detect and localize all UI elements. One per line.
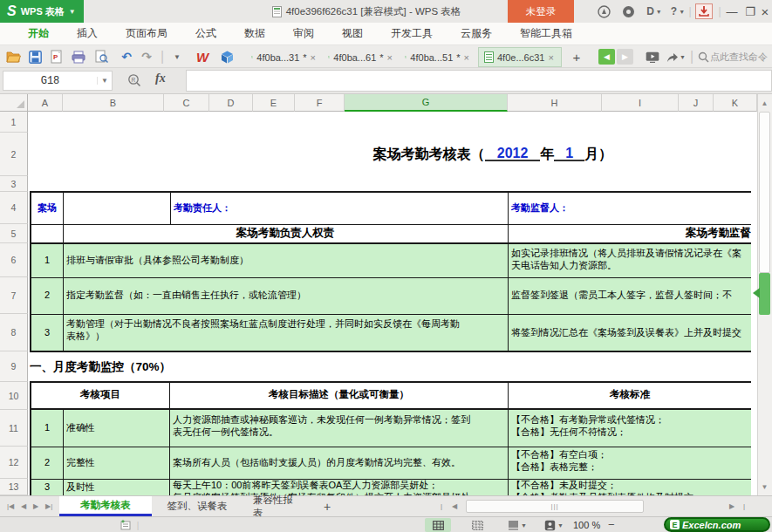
scroll-up-icon[interactable]: ▲ — [758, 96, 771, 110]
macro-record-icon[interactable] — [119, 518, 133, 532]
cell-name-box[interactable]: G18 ▼ — [3, 71, 113, 91]
redo-icon[interactable]: ↷ — [138, 48, 155, 65]
cell-supervise-text[interactable]: 将签到情况汇总在《案场签到及误餐表》上并及时提交 — [511, 314, 751, 351]
cell-site-label[interactable]: 案场 — [31, 192, 63, 224]
cell-supervise-text[interactable]: 如实记录排班情况（将人员排班及请假情况记录在《案 天电话告知人力资源部。 — [511, 243, 751, 277]
formula-input[interactable] — [186, 70, 772, 92]
menu-page-layout[interactable]: 页面布局 — [112, 26, 181, 41]
menu-cloud[interactable]: 云服务 — [447, 26, 506, 41]
menu-formulas[interactable]: 公式 — [181, 26, 230, 41]
page-layout-view-icon[interactable]: ▼ — [502, 518, 532, 532]
cell-duty-section-header[interactable]: 案场考勤负责人权责 — [63, 224, 508, 243]
minimize-button[interactable]: — — [724, 0, 740, 23]
cell-kpi-num[interactable]: 3 — [31, 479, 63, 495]
add-sheet-button[interactable]: + — [316, 496, 338, 516]
row-header-8[interactable]: 8 — [0, 314, 28, 351]
insert-function-button[interactable]: fx — [155, 72, 166, 85]
horizontal-scroll-thumb[interactable]: ||| — [466, 500, 644, 513]
menu-insert[interactable]: 插入 — [63, 26, 112, 41]
hscroll-right-icon[interactable]: ▶ — [729, 496, 734, 516]
row-header-7[interactable]: 7 — [0, 277, 28, 314]
print-preview-icon[interactable] — [92, 48, 110, 65]
chevron-down-icon[interactable]: ▼ — [97, 77, 112, 85]
update-download-button[interactable] — [693, 0, 714, 23]
cell-kpi-header-item[interactable]: 考核项目 — [31, 382, 169, 408]
next-tab-button[interactable]: ▶ — [617, 49, 633, 65]
sheet-title-cell[interactable]: 案场考勤考核表（2012年1月） — [262, 133, 724, 176]
menu-review[interactable]: 审阅 — [279, 26, 328, 41]
cell-supervise-text[interactable]: 监督签到签退（需员工本人签字，监督人签时间；不 — [511, 277, 751, 314]
settings-gear-icon[interactable] — [618, 0, 639, 23]
close-tab-icon[interactable]: × — [548, 52, 553, 63]
menu-developer[interactable]: 开发工具 — [377, 26, 447, 41]
col-header-a[interactable]: A — [28, 94, 63, 112]
cell-duty-num[interactable]: 2 — [31, 277, 63, 314]
scroll-down-icon[interactable]: ▼ — [758, 480, 771, 494]
col-header-f[interactable]: F — [295, 94, 345, 112]
prev-tab-button[interactable]: ◀ — [598, 49, 615, 65]
menu-data[interactable]: 数据 — [230, 26, 279, 41]
row-header-12[interactable]: 12 — [0, 447, 28, 479]
hscroll-left-icon[interactable]: ◀ — [452, 496, 457, 516]
row-header-11[interactable]: 11 — [0, 410, 28, 447]
menu-home[interactable]: 开始 — [14, 26, 63, 41]
doc-tab-3[interactable]: 4f0ba...51*× — [400, 47, 475, 67]
col-header-i[interactable]: I — [602, 94, 679, 112]
panel-collapse-arrow-icon[interactable] — [753, 288, 760, 298]
cell-kpi-standard[interactable]: 【不合格】有考勤异常或代签情况； 【合格】无任何不符情况； — [511, 410, 749, 447]
row-header-3[interactable]: 3 — [0, 176, 28, 192]
help-menu-button[interactable]: ?▼ — [666, 0, 689, 23]
wps-w-icon[interactable]: W — [194, 48, 211, 65]
full-screen-view-icon[interactable]: ▼ — [539, 518, 569, 532]
first-sheet-icon[interactable]: |◀ — [7, 496, 14, 516]
cell-section-title[interactable]: 一、月度考勤监控（70%） — [30, 351, 396, 382]
normal-view-icon[interactable] — [425, 518, 451, 532]
page-break-view-icon[interactable] — [464, 518, 490, 532]
cell-kpi-standard[interactable]: 【不合格】有空白项； 【合格】表格完整； — [511, 447, 749, 479]
row-header-13[interactable]: 13 — [0, 479, 28, 495]
doc-tab-1[interactable]: 4f0ba...31*× — [246, 47, 321, 67]
cell-duty-text[interactable]: 排班与请假审批（具体参照公司考勤制度） — [66, 243, 504, 277]
col-header-g-selected[interactable]: G — [345, 94, 508, 112]
row-header-6[interactable]: 6 — [0, 243, 28, 277]
select-all-corner[interactable] — [0, 94, 28, 112]
cell-kpi-standard[interactable]: 【不合格】未及时提交； 【合格】考勤表及月签到表原件均及时提交； — [511, 479, 749, 495]
cell-duty-text[interactable]: 考勤管理（对于出勤情况不良者按照案场红蓝点制度进行处理，并同时如实反馈在《每周考… — [66, 314, 504, 351]
cell-duty-num[interactable]: 1 — [31, 243, 63, 277]
col-header-c[interactable]: C — [164, 94, 209, 112]
doc-tab-4-active[interactable]: 4f0e...6c31× — [478, 47, 562, 67]
cell-kpi-item[interactable]: 完整性 — [66, 447, 169, 479]
cell-kpi-item[interactable]: 及时性 — [66, 479, 169, 495]
col-header-j[interactable]: J — [679, 94, 714, 112]
next-sheet-icon[interactable]: ▶ — [33, 496, 38, 516]
print-icon[interactable] — [70, 48, 87, 65]
sheet-tab-signin[interactable]: 签到、误餐表 — [154, 496, 241, 516]
new-doc-tab-button[interactable]: + — [569, 48, 584, 65]
row-header-5[interactable]: 5 — [0, 224, 28, 243]
magnifier-icon[interactable]: R — [127, 73, 141, 91]
row-header-4[interactable]: 4 — [0, 192, 28, 224]
login-button[interactable]: 未登录 — [508, 0, 574, 23]
cell-supervise-section-header[interactable]: 案场考勤监督 — [509, 224, 751, 243]
close-tab-icon[interactable]: × — [464, 52, 469, 63]
col-header-b[interactable]: B — [63, 94, 164, 112]
sheet-tab-compat[interactable]: 兼容性报表 — [244, 496, 311, 516]
last-sheet-icon[interactable]: ▶| — [45, 496, 52, 516]
open-file-icon[interactable] — [4, 48, 22, 65]
cell-kpi-header-target[interactable]: 考核目标描述（量化或可衡量） — [170, 382, 508, 408]
maximize-button[interactable]: ❐ — [742, 0, 758, 23]
cell-duty-num[interactable]: 3 — [31, 314, 63, 351]
row-header-1[interactable]: 1 — [0, 112, 28, 133]
col-header-h[interactable]: H — [508, 94, 602, 112]
cell-kpi-num[interactable]: 2 — [31, 447, 63, 479]
cell-kpi-header-standard[interactable]: 考核标准 — [509, 382, 751, 408]
row-header-9[interactable]: 9 — [0, 351, 28, 382]
col-header-e[interactable]: E — [253, 94, 295, 112]
toolbar-options-chevron-icon[interactable]: ▼ — [171, 48, 183, 65]
row-header-2[interactable]: 2 — [0, 133, 28, 176]
cell-kpi-target[interactable]: 人力资源部抽查或神秘顾客巡访，未发现任何一例考勤异常情况；签到 表无任何一例代签… — [173, 410, 504, 447]
cell-duty-text[interactable]: 指定考勤监督（如：一直由销售主任执行，或轮流管理） — [66, 277, 504, 314]
export-pdf-icon[interactable]: P — [48, 48, 65, 65]
zoom-out-button[interactable]: − — [608, 517, 615, 532]
menu-view[interactable]: 视图 — [328, 26, 377, 41]
